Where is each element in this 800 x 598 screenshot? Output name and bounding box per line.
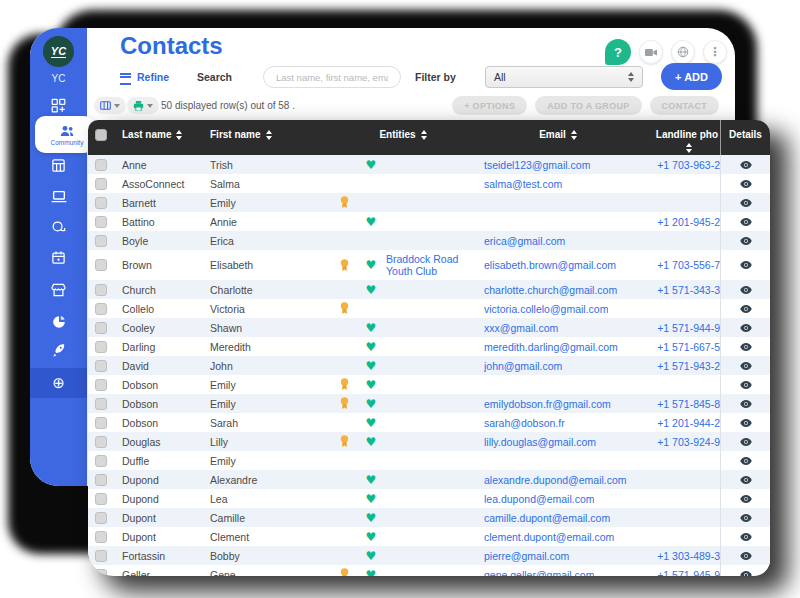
eye-icon[interactable] [740, 381, 752, 389]
row-checkbox[interactable] [95, 178, 107, 190]
eye-icon[interactable] [740, 552, 752, 560]
email-link[interactable]: emilydobson.fr@gmail.com [484, 398, 611, 410]
header-entities[interactable]: Entities [322, 120, 484, 155]
sidebar-item-stats-icon[interactable] [30, 315, 87, 333]
email-link[interactable]: sarah@dobson.fr [484, 417, 565, 429]
row-checkbox[interactable] [95, 436, 107, 448]
row-checkbox[interactable] [95, 512, 107, 524]
sidebar-item-messaging-icon[interactable] [30, 220, 87, 238]
email-link[interactable]: charlotte.church@gmail.com [484, 284, 617, 296]
sort-icon[interactable] [571, 130, 577, 140]
sidebar-item-dashboard-icon[interactable] [30, 98, 87, 117]
sidebar-item-events-icon[interactable] [30, 250, 87, 269]
row-checkbox[interactable] [95, 341, 107, 353]
email-link[interactable]: xxx@gmail.com [484, 322, 558, 334]
eye-icon[interactable] [740, 362, 752, 370]
sidebar-add-strip[interactable]: ⊕ [30, 368, 87, 398]
email-link[interactable]: tseidel123@gmail.com [484, 159, 590, 171]
eye-icon[interactable] [740, 180, 752, 188]
eye-icon[interactable] [740, 495, 752, 503]
eye-icon[interactable] [740, 457, 752, 465]
disabled-action-button[interactable]: ADD TO A GROUP [535, 96, 641, 115]
contacts-table: Last name First name Entities Email Land… [88, 120, 770, 576]
row-checkbox[interactable] [95, 398, 107, 410]
header-phone[interactable]: Landline pho [632, 120, 720, 155]
email-link[interactable]: meredith.darling@gmail.com [484, 341, 618, 353]
sort-icon[interactable] [176, 130, 182, 140]
email-link[interactable]: salma@test.com [484, 178, 562, 190]
header-email[interactable]: Email [484, 120, 632, 155]
row-checkbox[interactable] [95, 322, 107, 334]
row-checkbox[interactable] [95, 417, 107, 429]
entity-link[interactable]: Braddock Road Youth Club [384, 250, 484, 280]
email-link[interactable]: erica@gmail.com [484, 235, 565, 247]
email-link[interactable]: lea.dupond@email.com [484, 493, 594, 505]
email-link[interactable]: lilly.douglas@gmail.com [484, 436, 596, 448]
add-button[interactable]: + ADD [661, 63, 722, 90]
columns-dropdown[interactable] [94, 97, 126, 114]
row-checkbox[interactable] [95, 531, 107, 543]
row-checkbox[interactable] [95, 259, 107, 271]
eye-icon[interactable] [740, 533, 752, 541]
email-link[interactable]: camille.dupont@email.com [484, 512, 610, 524]
eye-icon[interactable] [740, 571, 752, 577]
disabled-action-button[interactable]: CONTACT [650, 96, 719, 115]
video-icon[interactable] [639, 40, 663, 64]
header-last-name[interactable]: Last name [114, 120, 210, 155]
refine-button[interactable]: Refine [137, 71, 169, 83]
globe-icon[interactable] [671, 40, 695, 64]
eye-icon[interactable] [740, 514, 752, 522]
print-dropdown[interactable] [127, 97, 159, 114]
row-checkbox[interactable] [95, 569, 107, 577]
eye-icon[interactable] [740, 218, 752, 226]
row-checkbox[interactable] [95, 493, 107, 505]
eye-icon[interactable] [740, 161, 752, 169]
sidebar-item-campaigns-icon[interactable] [30, 343, 87, 362]
sort-icon[interactable] [421, 130, 427, 140]
search-input[interactable] [263, 66, 401, 88]
help-button[interactable]: ? [605, 39, 631, 65]
eye-icon[interactable] [740, 305, 752, 313]
refine-menu-icon[interactable] [120, 73, 131, 85]
row-checkbox[interactable] [95, 159, 107, 171]
email-link[interactable]: john@gmail.com [484, 360, 562, 372]
eye-icon[interactable] [740, 261, 752, 269]
email-link[interactable]: alexandre.dupond@email.com [484, 474, 627, 486]
kebab-menu-icon[interactable]: ⋮ [703, 40, 727, 64]
cell-first-name: Salma [210, 174, 322, 193]
sidebar-item-website-icon[interactable] [30, 190, 87, 208]
sidebar-item-shop-icon[interactable] [30, 283, 87, 301]
sort-icon[interactable] [266, 130, 272, 140]
eye-icon[interactable] [740, 419, 752, 427]
email-link[interactable]: clement.dupont@email.com [484, 531, 614, 543]
row-checkbox[interactable] [95, 235, 107, 247]
disabled-action-button[interactable]: + OPTIONS [452, 96, 527, 115]
email-link[interactable]: elisabeth.brown@gmail.com [484, 259, 616, 271]
eye-icon[interactable] [740, 199, 752, 207]
row-checkbox[interactable] [95, 455, 107, 467]
row-checkbox[interactable] [95, 303, 107, 315]
brand-logo[interactable]: YC [43, 36, 74, 67]
row-checkbox[interactable] [95, 379, 107, 391]
row-checkbox[interactable] [95, 197, 107, 209]
sort-icon[interactable] [686, 143, 692, 153]
header-first-name[interactable]: First name [210, 120, 322, 155]
row-checkbox[interactable] [95, 474, 107, 486]
row-checkbox[interactable] [95, 216, 107, 228]
eye-icon[interactable] [740, 438, 752, 446]
row-checkbox[interactable] [95, 284, 107, 296]
email-link[interactable]: pierre@gmail.com [484, 550, 569, 562]
row-checkbox[interactable] [95, 550, 107, 562]
eye-icon[interactable] [740, 286, 752, 294]
email-link[interactable]: gene.geller@gmail.com [484, 569, 594, 577]
eye-icon[interactable] [740, 237, 752, 245]
filter-select[interactable]: All [485, 66, 643, 88]
eye-icon[interactable] [740, 400, 752, 408]
eye-icon[interactable] [740, 324, 752, 332]
email-link[interactable]: victoria.collelo@gmail.com [484, 303, 608, 315]
eye-icon[interactable] [740, 476, 752, 484]
row-checkbox[interactable] [95, 360, 107, 372]
sidebar-item-accounting-icon[interactable] [30, 158, 87, 177]
select-all-checkbox[interactable] [95, 129, 107, 141]
eye-icon[interactable] [740, 343, 752, 351]
